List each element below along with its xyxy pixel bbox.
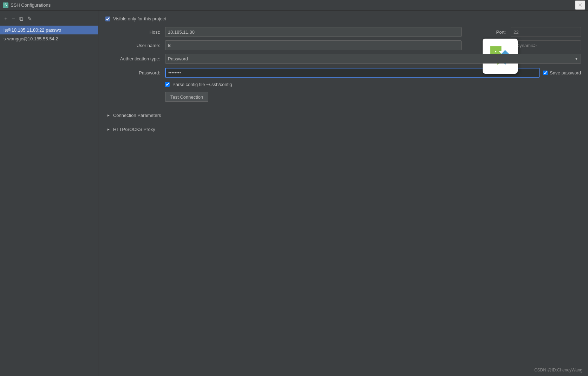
visible-only-label[interactable]: Visible only for this project bbox=[113, 16, 166, 21]
connection-params-chevron-icon: ► bbox=[107, 113, 110, 117]
close-button[interactable]: ✕ bbox=[575, 0, 585, 10]
edit-button[interactable]: ✎ bbox=[26, 15, 33, 23]
remove-button[interactable]: − bbox=[10, 15, 16, 23]
sidebar-item-2[interactable]: s-wanggc@10.185.55.54:2 bbox=[0, 34, 98, 43]
parse-config-row: Parse config file ~/.ssh/config bbox=[165, 82, 581, 87]
username-input[interactable] bbox=[165, 40, 462, 50]
auth-type-select[interactable]: Password Key pair OpenSSH config and aut… bbox=[165, 54, 581, 64]
add-button[interactable]: + bbox=[3, 15, 9, 23]
title-bar: S SSH Configurations ✕ bbox=[0, 0, 588, 11]
auth-type-select-wrapper: Password Key pair OpenSSH config and aut… bbox=[165, 54, 581, 64]
parse-config-checkbox[interactable] bbox=[165, 82, 170, 87]
test-connection-button[interactable]: Test Connection bbox=[165, 92, 208, 102]
port-label: Port: bbox=[465, 29, 507, 35]
save-password-label[interactable]: Save password bbox=[550, 70, 581, 75]
watermark: CSDN @ID:CheneyWang bbox=[534, 368, 582, 372]
http-proxy-label: HTTP/SOCKS Proxy bbox=[113, 127, 155, 132]
host-input[interactable] bbox=[165, 27, 462, 37]
visible-only-checkbox[interactable] bbox=[105, 17, 110, 21]
local-port-input[interactable] bbox=[511, 40, 581, 50]
connection-params-label: Connection Parameters bbox=[113, 113, 161, 118]
connection-params-header[interactable]: ► Connection Parameters bbox=[105, 109, 581, 121]
port-input[interactable] bbox=[511, 27, 581, 37]
window-title: SSH Configurations bbox=[11, 2, 51, 8]
test-connection-row: Test Connection bbox=[165, 92, 581, 102]
auth-type-row: Authentication type: Password Key pair O… bbox=[105, 54, 581, 64]
auth-type-label: Authentication type: bbox=[105, 56, 162, 61]
app-icon: S bbox=[3, 2, 8, 8]
right-panel: Visible only for this project Host: Port… bbox=[98, 11, 588, 376]
visible-only-row: Visible only for this project bbox=[105, 16, 581, 21]
password-label: Password: bbox=[105, 70, 162, 75]
sidebar-item-1[interactable]: ls@10.185.11.80:22 passwo bbox=[0, 26, 98, 34]
parse-config-label[interactable]: Parse config file ~/.ssh/config bbox=[172, 82, 232, 87]
main-content: + − ⧉ ✎ ls@10.185.11.80:22 passwo s-wang… bbox=[0, 11, 588, 376]
http-proxy-chevron-icon: ► bbox=[107, 127, 110, 131]
http-proxy-header[interactable]: ► HTTP/SOCKS Proxy bbox=[105, 123, 581, 136]
http-proxy-section: ► HTTP/SOCKS Proxy bbox=[105, 123, 581, 136]
copy-button[interactable]: ⧉ bbox=[18, 15, 25, 23]
host-label: Host: bbox=[105, 29, 162, 35]
save-password-checkbox[interactable] bbox=[543, 71, 548, 75]
title-bar-left: S SSH Configurations bbox=[3, 2, 51, 8]
sidebar-toolbar: + − ⧉ ✎ bbox=[0, 13, 98, 26]
sidebar: + − ⧉ ✎ ls@10.185.11.80:22 passwo s-wang… bbox=[0, 11, 98, 376]
username-label: User name: bbox=[105, 43, 162, 48]
connection-params-section: ► Connection Parameters bbox=[105, 109, 581, 121]
ssh-configurations-window: S SSH Configurations ✕ + − ⧉ ✎ ls@10.185… bbox=[0, 0, 588, 376]
save-password-group: Save password bbox=[543, 70, 581, 75]
